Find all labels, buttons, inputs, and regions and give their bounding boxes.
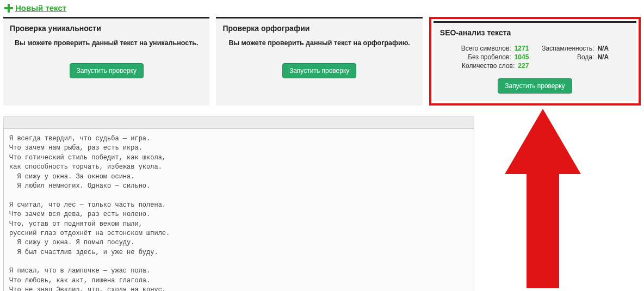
panel-desc: Вы можете проверить данный текст на уник… [10, 39, 203, 47]
stat-value: 1271 [515, 45, 529, 52]
editor-toolbar-strip [3, 116, 474, 128]
new-text-label: Новый текст [15, 3, 66, 13]
panel-seo: SEO-анализ текста Всего символов: 1271 Б… [434, 21, 636, 101]
stat-label: Количество слов: [462, 62, 515, 70]
stat-row: Без пробелов: 1045 [461, 53, 529, 61]
panel-uniqueness: Проверка уникальности Вы можете проверит… [3, 17, 209, 106]
stat-label: Вода: [577, 53, 594, 61]
panel-spellcheck: Проверка орфографии Вы можете проверить … [216, 17, 422, 106]
run-check-button[interactable]: Запустить проверку [70, 63, 144, 78]
stat-label: Без пробелов: [468, 53, 511, 61]
text-editor[interactable] [3, 128, 474, 291]
editor-toolbar [0, 116, 644, 128]
stat-row: Количество слов: 227 [461, 62, 529, 70]
seo-stats-left: Всего символов: 1271 Без пробелов: 1045 … [461, 44, 529, 71]
seo-stats-right: Заспамленность: N/A Вода: N/A [542, 44, 609, 71]
run-check-button[interactable]: Запустить проверку [498, 78, 572, 94]
panel-title: Проверка орфографии [222, 24, 416, 33]
seo-stats: Всего символов: 1271 Без пробелов: 1045 … [440, 44, 630, 71]
stat-value: 227 [518, 62, 529, 70]
panels-row: Проверка уникальности Вы можете проверит… [0, 17, 644, 106]
stat-label: Всего символов: [461, 45, 511, 52]
stat-row: Вода: N/A [542, 53, 609, 61]
stat-row: Заспамленность: N/A [542, 45, 609, 52]
stat-label: Заспамленность: [542, 45, 594, 52]
stat-value: N/A [597, 53, 609, 61]
panel-title: Проверка уникальности [10, 24, 203, 33]
plus-icon [4, 4, 13, 13]
stat-row: Всего символов: 1271 [461, 45, 529, 52]
stat-value: N/A [597, 45, 609, 52]
stat-value: 1045 [515, 53, 529, 61]
seo-highlight-frame: SEO-анализ текста Всего символов: 1271 Б… [429, 17, 641, 106]
panel-desc: Вы можете проверить данный текст на орфо… [222, 39, 416, 47]
run-check-button[interactable]: Запустить проверку [282, 63, 356, 78]
panel-title: SEO-анализ текста [440, 28, 630, 37]
new-text-link[interactable]: Новый текст [0, 0, 644, 17]
